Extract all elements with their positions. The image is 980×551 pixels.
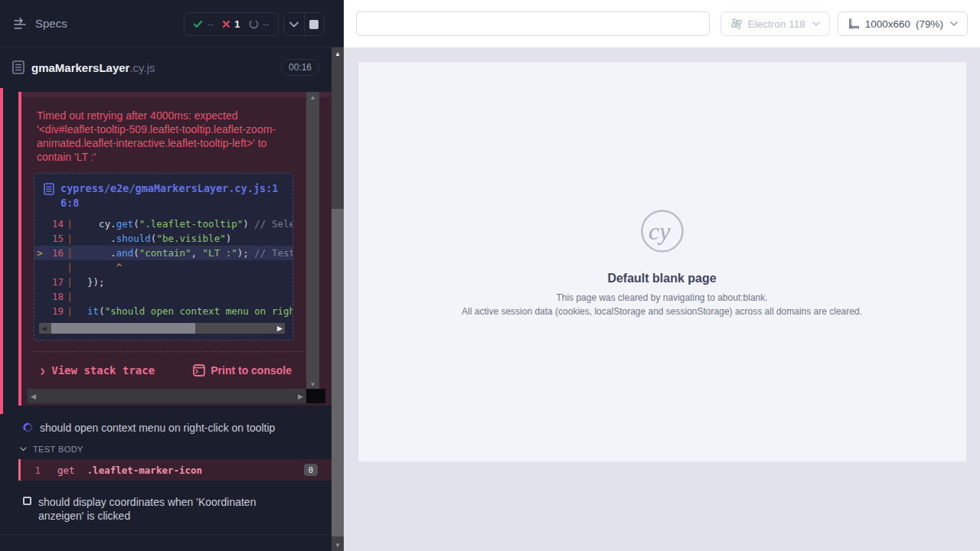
viewport-selector[interactable]: 1000x660 (79%) xyxy=(838,11,968,36)
scroll-up-arrow-icon[interactable]: ▲ xyxy=(310,94,316,101)
stat-pending: -- xyxy=(249,18,270,30)
blank-page-line1: This page was cleared by navigating to a… xyxy=(556,292,767,303)
code-frame: cypress/e2e/gmaMarkersLayer.cy.js:16:8 1… xyxy=(34,173,293,341)
error-horizontal-scrollbar[interactable]: ◀ ▶ xyxy=(28,389,306,403)
check-icon xyxy=(193,19,203,29)
test-list: should open context menu on right-click … xyxy=(0,415,332,535)
cypress-app: Specs -- 1 xyxy=(0,0,980,551)
electron-icon xyxy=(730,18,743,30)
test-item-not-run[interactable]: should display coordinates when 'Koordin… xyxy=(0,489,332,527)
not-run-square-icon xyxy=(23,497,31,505)
code-line: 18| xyxy=(34,289,292,304)
reporter-header: Specs -- 1 xyxy=(0,0,344,47)
command-message: .leaflet-marker-icon xyxy=(87,465,203,476)
pending-count: -- xyxy=(263,18,270,30)
test-error-block: Timed out retrying after 4000ms: expecte… xyxy=(18,92,332,406)
command-row[interactable]: 1 get .leaflet-marker-icon 0 xyxy=(18,459,332,481)
collapse-button[interactable] xyxy=(284,13,304,35)
scroll-down-arrow-icon[interactable]: ▼ xyxy=(332,542,344,549)
ruler-icon xyxy=(848,18,860,30)
code-frame-filename: cypress/e2e/gmaMarkersLayer.cy.js:16:8 xyxy=(60,181,283,210)
stop-icon xyxy=(309,20,318,29)
aut-body: cy Default blank page This page was clea… xyxy=(344,48,980,551)
failed-test-region: Timed out retrying after 4000ms: expecte… xyxy=(0,88,332,415)
command-method: get xyxy=(57,465,75,476)
code-line: 19| it("should open context menu on righ xyxy=(34,304,292,318)
code-line: 15| .should("be.visible") xyxy=(34,231,292,246)
test-body-section[interactable]: TEST BODY xyxy=(0,439,332,459)
scroll-right-arrow-icon[interactable]: ▶ xyxy=(298,393,303,400)
spec-name: gmaMarkersLayer xyxy=(31,61,129,74)
test-stats: -- 1 -- xyxy=(184,12,279,36)
failed-test-indicator-bar xyxy=(0,88,3,414)
failed-count: 1 xyxy=(234,18,240,30)
code-frame-file-link[interactable]: cypress/e2e/gmaMarkersLayer.cy.js:16:8 xyxy=(34,181,292,210)
spec-extension: .cy.js xyxy=(129,61,155,74)
code-line: | ^ xyxy=(34,260,292,275)
list-separator xyxy=(0,534,332,535)
chevron-right-icon: ❯ xyxy=(40,366,45,377)
error-message: Timed out retrying after 4000ms: expecte… xyxy=(37,109,299,164)
aut-header: Electron 118 1000x660 (79%) xyxy=(344,0,980,48)
specs-menu[interactable]: Specs xyxy=(0,17,67,30)
print-to-console-button[interactable]: Print to console xyxy=(193,364,292,377)
error-top-strip xyxy=(21,92,332,97)
test-body-label: TEST BODY xyxy=(33,445,83,454)
scroll-left-arrow-icon[interactable]: ◀ xyxy=(41,323,47,334)
scroll-down-arrow-icon[interactable]: ▼ xyxy=(310,381,316,388)
reporter-panel: Specs -- 1 xyxy=(0,0,344,551)
code-line: 17| }); xyxy=(34,275,292,289)
viewport-size: 1000x660 xyxy=(865,18,910,30)
spec-bar: gmaMarkersLayer.cy.js 00:16 xyxy=(0,47,332,87)
chevron-down-icon xyxy=(812,21,820,27)
scroll-left-arrow-icon[interactable]: ◀ xyxy=(31,393,36,400)
browser-label: Electron 118 xyxy=(748,18,805,30)
test-title: should display coordinates when 'Koordin… xyxy=(38,495,286,523)
chevron-down-icon xyxy=(950,21,958,27)
passed-count: -- xyxy=(207,18,214,30)
scrollbar-corner xyxy=(306,389,325,403)
cypress-logo: cy xyxy=(639,207,686,255)
viewport-scale: (79%) xyxy=(916,18,943,30)
error-vertical-scrollbar[interactable]: ▲ ▼ xyxy=(306,92,319,390)
stat-failed: 1 xyxy=(222,18,240,30)
test-item-running[interactable]: should open context menu on right-click … xyxy=(0,415,332,439)
browser-selector[interactable]: Electron 118 xyxy=(720,11,830,36)
svg-text:cy: cy xyxy=(648,217,671,245)
chevron-down-icon xyxy=(20,447,27,452)
console-icon xyxy=(193,364,205,377)
error-footer: ❯View stack trace Print to console xyxy=(21,364,332,377)
scroll-up-arrow-icon[interactable]: ▲ xyxy=(332,51,344,57)
specs-menu-icon[interactable] xyxy=(12,18,28,30)
blank-page-title: Default blank page xyxy=(607,272,716,285)
test-title: should open context menu on right-click … xyxy=(40,421,275,435)
spec-timer-badge: 00:16 xyxy=(281,59,319,76)
stop-button[interactable] xyxy=(305,13,325,35)
spec-file-icon xyxy=(12,60,24,74)
stat-passed: -- xyxy=(193,18,214,30)
reporter-scrollbar[interactable]: ▲ ▼ xyxy=(332,47,344,551)
url-input[interactable] xyxy=(356,11,710,36)
pending-circle-icon xyxy=(249,19,259,29)
code-horizontal-scrollbar[interactable]: ◀ ▶ xyxy=(39,323,285,334)
command-number: 1 xyxy=(21,465,41,476)
blank-page-line2: All active session data (cookies, localS… xyxy=(462,306,862,317)
error-divider xyxy=(34,351,319,352)
file-icon xyxy=(44,181,54,210)
code-hscroll-thumb[interactable] xyxy=(51,323,195,334)
code-line: 14| cy.get(".leaflet-tooltip") // Sele xyxy=(34,217,292,231)
x-icon xyxy=(222,20,230,28)
aut-panel: Electron 118 1000x660 (79%) xyxy=(344,0,980,551)
aut-blank-page: cy Default blank page This page was clea… xyxy=(358,62,966,461)
specs-label: Specs xyxy=(35,17,67,30)
run-controls xyxy=(283,12,325,36)
spinner-icon xyxy=(23,422,33,435)
code-rows: 14| cy.get(".leaflet-tooltip") // Sele15… xyxy=(34,217,292,318)
code-line: >16| .and("contain", "LT :"); // Test xyxy=(34,246,292,260)
reporter-scrollbar-thumb[interactable] xyxy=(332,209,344,536)
chevron-down-icon xyxy=(289,21,299,28)
command-elements-badge: 0 xyxy=(304,464,318,476)
view-stack-trace-link[interactable]: ❯View stack trace xyxy=(40,364,155,377)
scroll-right-arrow-icon[interactable]: ▶ xyxy=(277,323,283,334)
